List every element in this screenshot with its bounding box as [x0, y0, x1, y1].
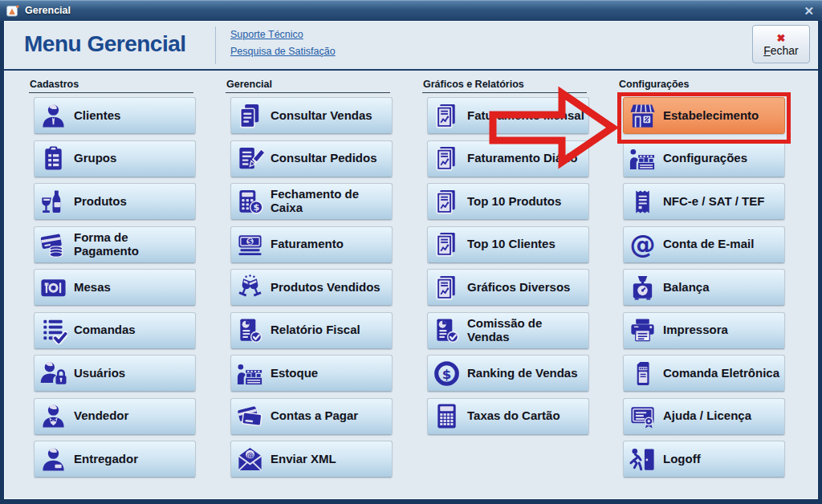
menu-button-label: Faturamento Diário	[467, 152, 581, 165]
menu-button-label: Vendedor	[74, 409, 132, 423]
menu-button-impressora[interactable]: Impressora	[623, 312, 785, 349]
close-x-icon: ✖	[777, 33, 786, 43]
column-header-gerencial: Gerencial	[226, 79, 390, 93]
menu-button-enviar-xml[interactable]: @Enviar XML	[230, 441, 393, 478]
menu-button-label: Consultar Pedidos	[271, 152, 380, 165]
menu-button-comandas[interactable]: Comandas	[34, 312, 196, 349]
menu-button-label: Configurações	[663, 152, 751, 165]
user-lock-icon	[37, 360, 69, 388]
logout-door-icon	[626, 445, 658, 474]
menu-button-label: Clientes	[74, 109, 124, 123]
link-pesquisa-de-satisfacao[interactable]: Pesquisa de Satisfação	[230, 46, 336, 57]
menu-button-label: Entregador	[74, 453, 141, 466]
menu-button-consultar-vendas[interactable]: Consultar Vendas	[230, 97, 393, 134]
menu-button-label: Enviar XML	[271, 453, 340, 466]
menu-button-top-10-clientes[interactable]: Top 10 Clientes	[427, 226, 589, 263]
menu-button-consultar-pedidos[interactable]: Consultar Pedidos	[230, 140, 393, 177]
menu-button-comissao-de-vendas[interactable]: Comissão de Vendas	[427, 312, 589, 349]
menu-button-forma-de-pagamento[interactable]: Forma de Pagamento	[34, 226, 196, 263]
menu-button-logoff[interactable]: Logoff	[623, 441, 785, 478]
report-check-icon	[430, 316, 462, 344]
table-setting-icon	[37, 274, 69, 302]
menu-button-label: Produtos Vendidos	[271, 281, 384, 295]
svg-text:$: $	[247, 237, 252, 246]
menu-button-grupos[interactable]: Grupos	[34, 140, 196, 177]
svg-text:@: @	[246, 449, 253, 458]
page-title: Menu Gerencial	[24, 31, 186, 57]
chart-doc-icon	[430, 144, 462, 173]
fechar-button[interactable]: ✖ Fechar	[752, 25, 810, 63]
menu-button-label: Fechamento de Caixa	[271, 188, 392, 215]
receipt-icon	[626, 188, 658, 216]
menu-button-produtos[interactable]: Produtos	[34, 183, 196, 220]
chart-doc-icon	[430, 274, 462, 302]
seller-icon	[37, 402, 69, 430]
menu-button-faturamento-mensal[interactable]: Faturamento Mensal	[427, 97, 589, 134]
menu-button-label: Ajuda / Licença	[663, 409, 755, 423]
menu-button-mesas[interactable]: Mesas	[34, 269, 196, 306]
menu-button-conta-de-e-mail[interactable]: @Conta de E-mail	[623, 226, 785, 263]
documents-icon	[234, 102, 266, 130]
column-header-cadastros: Cadastros	[29, 79, 193, 93]
certificate-icon	[626, 402, 658, 430]
menu-button-label: Consultar Vendas	[271, 109, 376, 123]
app-window: Gerencial ✕ Menu Gerencial Suporte Técni…	[0, 0, 822, 504]
courier-icon	[37, 445, 69, 474]
menu-button-ajuda-licenca[interactable]: Ajuda / Licença	[623, 398, 785, 435]
storefront-icon	[626, 102, 658, 130]
column-configuracoes: ConfiguraçõesEstabelecimentoConfiguraçõe…	[618, 79, 787, 484]
svg-text:$: $	[442, 366, 451, 381]
person-icon	[37, 102, 69, 130]
window-titlebar: Gerencial ✕	[0, 0, 822, 21]
stall-icon	[234, 360, 266, 388]
menu-button-label: Faturamento Mensal	[467, 109, 588, 123]
menu-button-label: Forma de Pagamento	[74, 231, 195, 258]
scale-icon	[626, 274, 658, 302]
menu-button-label: Grupos	[74, 152, 120, 165]
menu-button-clientes[interactable]: Clientes	[34, 97, 196, 134]
menu-button-label: Mesas	[74, 281, 114, 295]
svg-text:$: $	[253, 202, 259, 213]
menu-button-graficos-diversos[interactable]: Gráficos Diversos	[427, 269, 589, 306]
menu-button-label: Impressora	[663, 323, 731, 337]
menu-button-faturamento[interactable]: $Faturamento	[230, 226, 393, 263]
menu-button-estabelecimento[interactable]: Estabelecimento	[623, 97, 785, 134]
menu-button-fechamento-de-caixa[interactable]: $Fechamento de Caixa	[230, 183, 393, 220]
menu-button-ranking-de-vendas[interactable]: $Ranking de Vendas	[427, 355, 589, 392]
menu-button-estoque[interactable]: Estoque	[230, 355, 393, 392]
menu-button-label: Comanda Eletrônica	[663, 367, 783, 380]
column-gerencial: GerencialConsultar VendasConsultar Pedid…	[226, 79, 394, 484]
menu-button-relatorio-fiscal[interactable]: Relatório Fiscal	[230, 312, 393, 349]
calculator-dollar-icon: $	[234, 188, 266, 216]
document-pencil-icon	[234, 144, 266, 173]
menu-button-label: Top 10 Produtos	[467, 195, 564, 209]
envelope-at-icon: @	[234, 445, 266, 474]
menu-button-faturamento-diario[interactable]: Faturamento Diário	[427, 140, 589, 177]
menu-button-configuracoes[interactable]: Configurações	[623, 140, 785, 177]
menu-button-label: Produtos	[74, 195, 130, 209]
card-coins-icon	[37, 230, 69, 258]
menu-button-vendedor[interactable]: Vendedor	[34, 398, 196, 435]
link-suporte-tecnico[interactable]: Suporte Técnico	[230, 29, 336, 40]
menu-button-top-10-produtos[interactable]: Top 10 Produtos	[427, 183, 589, 220]
menu-button-comanda-eletronica[interactable]: Comanda Eletrônica	[623, 355, 785, 392]
menu-button-nfc-e-sat-tef[interactable]: NFC-e / SAT / TEF	[623, 183, 785, 220]
svg-text:@: @	[629, 230, 655, 258]
window-close-icon[interactable]: ✕	[804, 5, 814, 17]
menu-button-usuarios[interactable]: Usuários	[34, 355, 196, 392]
cards-icon	[234, 402, 266, 430]
handheld-icon	[626, 360, 658, 388]
menu-button-taxas-do-cartao[interactable]: Taxas do Cartão	[427, 398, 589, 435]
wine-bottle-icon	[37, 188, 69, 216]
glasses-toast-icon	[234, 274, 266, 302]
menu-button-balanca[interactable]: Balança	[623, 269, 785, 306]
menu-button-label: Logoff	[663, 453, 704, 466]
menu-button-produtos-vendidos[interactable]: Produtos Vendidos	[230, 269, 393, 306]
window-title: Gerencial	[25, 5, 71, 16]
menu-button-entregador[interactable]: Entregador	[34, 441, 196, 478]
chart-doc-icon	[430, 102, 462, 130]
checklist-icon	[37, 316, 69, 344]
menu-content: CadastrosClientesGruposProdutosForma de …	[4, 71, 818, 499]
column-header-graficos-e-relatorios: Gráficos e Relatórios	[422, 79, 587, 93]
menu-button-contas-a-pagar[interactable]: Contas a Pagar	[230, 398, 393, 435]
